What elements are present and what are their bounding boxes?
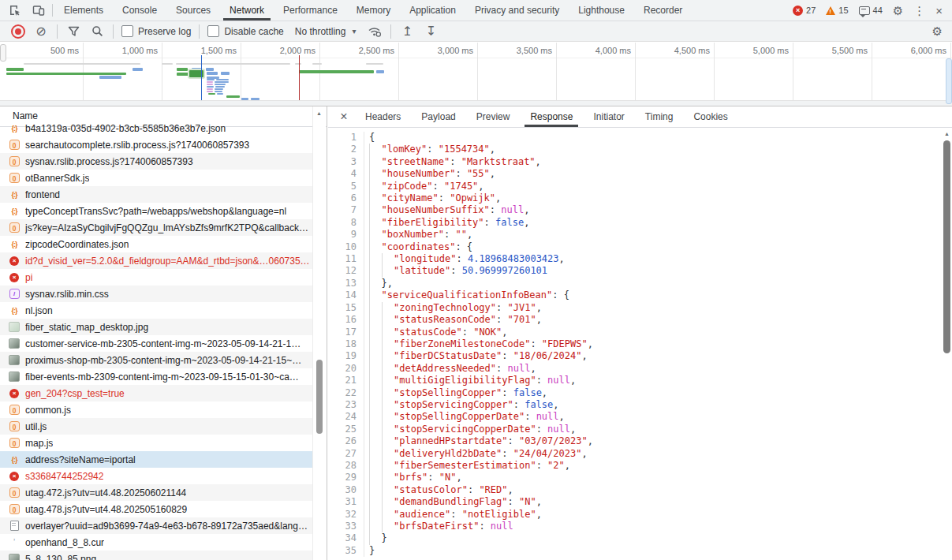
code-token: , (570, 424, 576, 435)
code-token: : (450, 509, 461, 521)
close-detail-icon[interactable]: × (333, 106, 355, 127)
record-network-log-button[interactable] (11, 24, 25, 39)
preserve-log-checkbox[interactable]: Preserve log (121, 25, 191, 37)
code-token: : (439, 192, 450, 204)
table-row[interactable]: {:}nl.json (0, 302, 313, 319)
network-conditions-icon[interactable] (367, 24, 383, 39)
scroll-up-arrow-icon[interactable]: ▲ (944, 131, 950, 136)
tab-console[interactable]: Console (113, 0, 166, 21)
clear-network-log-icon[interactable]: ⊘ (33, 24, 49, 39)
response-scrollbar[interactable]: ▲ (942, 128, 952, 560)
table-row[interactable]: {:}typeConceptTransSvc?path=/webapps/web… (0, 203, 313, 219)
checkbox-box[interactable] (207, 25, 219, 37)
table-row[interactable]: ()sysnav.rslib.process.js?1740060857393 (0, 153, 313, 170)
checkbox-box[interactable] (121, 25, 133, 37)
tab-response[interactable]: Response (520, 106, 583, 127)
table-row[interactable]: ()utag.478.js?utv=ut4.48.202505160829 (0, 501, 313, 517)
export-har-icon[interactable]: ↧ (423, 24, 439, 39)
table-row[interactable]: fiber-events-mb-2309-content-img-m~2023-… (0, 368, 313, 385)
inspect-element-icon[interactable] (8, 3, 22, 17)
table-row[interactable]: proximus-shop-mb-2305-content-img-m~2023… (0, 352, 313, 368)
table-row[interactable]: fiber_static_map_desktop.jpg (0, 319, 313, 335)
table-row[interactable]: {:}b4a1319a-035d-4902-b3cb-5585b36e3b7e.… (0, 120, 313, 136)
device-toolbar-icon[interactable] (32, 3, 46, 17)
network-settings-gear-icon[interactable]: ⚙ (932, 25, 952, 37)
more-options-icon[interactable]: ⋮ (913, 5, 925, 17)
settings-gear-icon[interactable]: ⚙ (893, 5, 903, 17)
tab-network[interactable]: Network (220, 0, 274, 21)
tab-headers[interactable]: Headers (355, 106, 411, 127)
code-line: 12"latitude": 50.969997260101 (328, 265, 942, 277)
indent-guide (382, 496, 394, 508)
table-row[interactable]: ()otBannerSdk.js (0, 170, 313, 186)
table-row[interactable]: ×id?d_visid_ver=5.2.0&d_fieldgroup=AAM&d… (0, 252, 313, 269)
table-row[interactable]: ×s33684744252942 (0, 468, 313, 484)
indent-guide (369, 399, 382, 411)
table-row[interactable]: {:}zipcodeCoordinates.json (0, 236, 313, 252)
table-row[interactable]: ()utag.472.js?utv=ut4.48.202506021144 (0, 484, 313, 501)
indent-guide (382, 509, 394, 521)
domcontentloaded-line (201, 55, 202, 101)
close-devtools-icon[interactable]: × (935, 5, 943, 17)
tab-initiator[interactable]: Initiator (583, 106, 634, 127)
scroll-up-arrow-icon[interactable]: ▲ (316, 110, 322, 116)
overview-right-grip[interactable] (946, 58, 952, 104)
table-row[interactable]: ()util.js (0, 418, 313, 435)
gutter-border (364, 363, 364, 375)
filter-icon[interactable] (65, 24, 81, 39)
table-row[interactable]: ×pi (0, 269, 313, 286)
issues-icon (859, 6, 870, 15)
table-row[interactable]: ()js?key=AIzaSyCbgilvjFgQQZgu_lmAYsbZfs9… (0, 219, 313, 236)
tab-cookies[interactable]: Cookies (683, 106, 737, 127)
console-errors-badge[interactable]: × 27 (793, 6, 816, 16)
issues-badge[interactable]: 44 (859, 6, 883, 15)
requests-scrollbar[interactable]: ▲ (312, 106, 326, 560)
code-token: null (491, 521, 513, 532)
requests-scrollbar-thumb[interactable] (316, 360, 323, 434)
request-name: sysnav.rslib.process.js?1740060857393 (25, 156, 193, 167)
waterfall-bar (162, 63, 173, 65)
table-row[interactable]: ()map.js (0, 435, 313, 451)
response-body-viewer[interactable]: 1{2"lomKey": "1554734",3"streetName": "M… (328, 128, 942, 560)
table-row[interactable]: {:}frontend (0, 186, 313, 203)
waterfall-bar (207, 81, 213, 83)
import-har-icon[interactable]: ↥ (399, 24, 415, 39)
response-scrollbar-thumb[interactable] (943, 140, 950, 353)
tab-application[interactable]: Application (400, 0, 465, 21)
table-row[interactable]: 5_8_130_85.png (0, 551, 313, 560)
search-icon[interactable] (89, 24, 105, 39)
table-row[interactable]: ʼopenhand_8_8.cur (0, 534, 313, 551)
code-line: 16"statusReasonCode": "701", (328, 314, 942, 326)
waterfall-bar (295, 63, 301, 65)
network-overview-timeline[interactable]: 500 ms1,000 ms1,500 ms2,000 ms2,500 ms3,… (0, 43, 952, 106)
table-row[interactable]: customer-service-mb-2305-content-img-m~2… (0, 335, 313, 352)
console-warnings-badge[interactable]: ! 15 (826, 6, 848, 15)
indent-guide (369, 192, 382, 204)
tab-memory[interactable]: Memory (347, 0, 400, 21)
ruler-gridline (793, 43, 793, 101)
table-row[interactable]: /sysnav.rslib.min.css (0, 286, 313, 302)
code-token: "notEligible" (462, 509, 536, 521)
indent-guide (369, 521, 382, 532)
tab-sources[interactable]: Sources (166, 0, 220, 21)
tab-privacy-and-security[interactable]: Privacy and security (465, 0, 569, 21)
table-row[interactable]: overlayer?uuid=ad9b3699-74a9-4e63-b678-8… (0, 517, 313, 534)
tab-performance[interactable]: Performance (274, 0, 347, 21)
code-token: : { (552, 289, 569, 301)
overview-left-grip[interactable] (0, 44, 6, 62)
throttling-dropdown[interactable]: No throttling ▾ (292, 26, 360, 37)
tab-preview[interactable]: Preview (466, 106, 521, 127)
disable-cache-checkbox[interactable]: Disable cache (207, 25, 283, 37)
code-token: "houseNumberSuffix" (382, 204, 490, 216)
table-row[interactable]: {:}address?siteName=iportal (0, 451, 313, 468)
tab-elements[interactable]: Elements (54, 0, 113, 21)
tab-payload[interactable]: Payload (411, 106, 465, 127)
table-row[interactable]: ()common.js (0, 401, 313, 418)
tab-timing[interactable]: Timing (635, 106, 684, 127)
table-row[interactable]: ()searchautocomplete.rslib.process.js?17… (0, 136, 313, 153)
table-row[interactable]: ×gen_204?csp_test=true (0, 385, 313, 401)
code-token: : (450, 265, 461, 277)
tab-lighthouse[interactable]: Lighthouse (569, 0, 634, 21)
tab-recorder[interactable]: Recorder (634, 0, 692, 21)
indent-guide (369, 241, 382, 253)
